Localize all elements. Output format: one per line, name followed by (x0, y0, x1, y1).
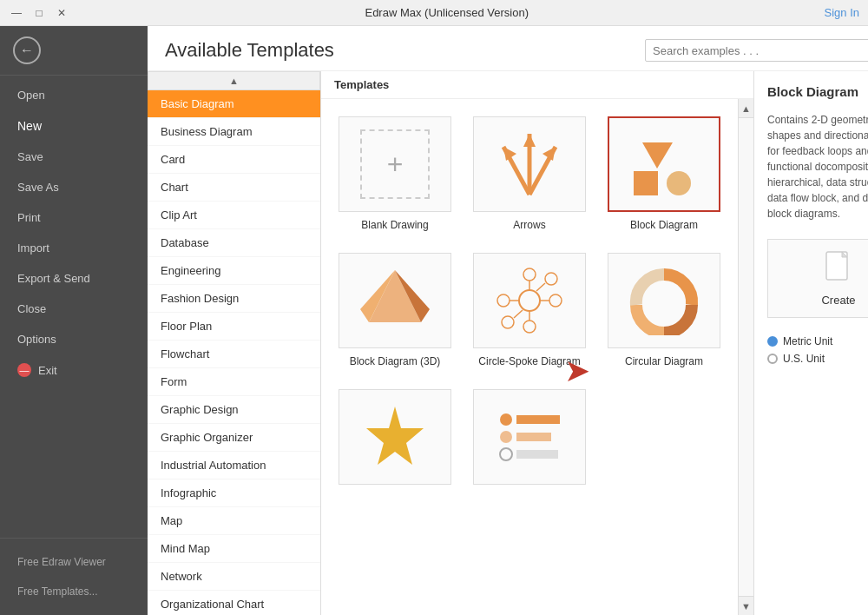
grid-scroll-up[interactable]: ▲ (739, 99, 753, 118)
category-item-industrial[interactable]: Industrial Automation (148, 452, 320, 479)
category-item-form[interactable]: Form (148, 368, 320, 396)
sidebar-item-print[interactable]: Print (0, 202, 148, 233)
template-block[interactable]: Block Diagram (603, 112, 725, 235)
svg-marker-25 (366, 407, 424, 465)
template-bars[interactable] (469, 385, 590, 496)
svg-line-24 (514, 310, 523, 318)
svg-point-21 (545, 273, 557, 285)
sign-in-link[interactable]: Sign In (825, 6, 859, 19)
template-thumb-star (339, 389, 451, 485)
template-label-block: Block Diagram (630, 219, 698, 231)
svg-point-28 (500, 431, 512, 443)
template-thumb-block3d (339, 253, 451, 348)
category-item-clipart[interactable]: Clip Art (148, 202, 320, 229)
svg-marker-1 (523, 134, 536, 147)
sidebar-item-import[interactable]: Import (0, 233, 148, 263)
category-item-map[interactable]: Map (148, 507, 320, 535)
category-item-network[interactable]: Network (148, 563, 320, 591)
svg-point-12 (519, 290, 540, 311)
template-star[interactable] (334, 385, 456, 496)
sidebar-item-new[interactable]: New (0, 110, 148, 142)
template-block3d[interactable]: Block Diagram (3D) (334, 248, 456, 372)
category-item-business[interactable]: Business Diagram (148, 118, 320, 146)
category-item-graphic[interactable]: Graphic Design (148, 396, 320, 424)
svg-rect-27 (516, 415, 560, 424)
category-item-card[interactable]: Card (148, 146, 320, 174)
category-scroll-up[interactable]: ▲ (148, 71, 320, 90)
templates-header: Templates (321, 71, 753, 99)
category-item-infographic[interactable]: Infographic (148, 479, 320, 507)
templates-with-scroll: ➤ + Blank Drawing (321, 99, 753, 615)
info-title: Block Diagram (767, 84, 868, 99)
template-arrows[interactable]: Arrows (469, 112, 590, 235)
category-item-database[interactable]: Database (148, 229, 320, 257)
svg-point-8 (667, 171, 691, 195)
grid-scroll-down[interactable]: ▼ (739, 596, 753, 615)
category-item-chart[interactable]: Chart (148, 174, 320, 202)
template-thumb-block (608, 116, 720, 212)
templates-grid: + Blank Drawing (334, 112, 725, 496)
template-blank[interactable]: + Blank Drawing (334, 112, 456, 235)
svg-rect-7 (634, 171, 658, 195)
metric-unit-option[interactable]: Metric Unit (767, 335, 868, 347)
category-item-basic[interactable]: Basic Diagram (148, 90, 320, 118)
back-button[interactable]: ← (0, 26, 148, 76)
sidebar-item-save[interactable]: Save (0, 142, 148, 172)
minimize-btn[interactable]: — (9, 5, 24, 21)
sidebar-item-free-templates[interactable]: Free Templates... (0, 577, 148, 606)
template-area: ▲ Basic Diagram Business Diagram Card Ch… (148, 71, 868, 615)
sidebar-item-free-viewer[interactable]: Free Edraw Viewer (0, 547, 148, 577)
titlebar: — □ ✕ Edraw Max (Unlicensed Version) Sig… (0, 0, 868, 26)
doc-icon-svg (825, 250, 852, 283)
grid-scroll: ▲ ▼ (738, 99, 753, 615)
search-bar[interactable]: 🔍 (645, 39, 868, 62)
metric-radio (767, 336, 778, 347)
category-item-flowchart[interactable]: Flowchart (148, 341, 320, 368)
window-controls[interactable]: — □ ✕ (9, 5, 69, 21)
svg-point-13 (523, 268, 536, 281)
category-item-floorplan[interactable]: Floor Plan (148, 313, 320, 341)
template-thumb-bars (473, 389, 586, 485)
sidebar-nav: Open New Save Save As Print Import Expor… (0, 76, 148, 390)
app-body: ← Open New Save Save As Print Import Exp… (0, 26, 868, 615)
arrows-svg (490, 129, 569, 199)
maximize-btn[interactable]: □ (31, 5, 47, 21)
sidebar-item-options[interactable]: Options (0, 324, 148, 354)
category-items: Basic Diagram Business Diagram Card Char… (148, 90, 320, 615)
category-item-fashion[interactable]: Fashion Design (148, 285, 320, 313)
category-item-organizer[interactable]: Graphic Organizer (148, 424, 320, 452)
template-thumb-blank: + (339, 116, 451, 212)
category-item-mindmap[interactable]: Mind Map (148, 535, 320, 563)
sidebar: ← Open New Save Save As Print Import Exp… (0, 26, 148, 615)
svg-point-17 (523, 321, 536, 333)
main-content: Available Templates 🔍 ▲ Basic Diagram Bu… (148, 26, 868, 615)
sidebar-item-exit[interactable]: — Exit (0, 354, 148, 386)
circle-spoke-svg (490, 266, 569, 335)
sidebar-item-open[interactable]: Open (0, 80, 148, 110)
template-circular[interactable]: Circular Diagram (603, 248, 725, 372)
templates-title: Templates (334, 78, 389, 91)
search-input[interactable] (653, 44, 868, 57)
svg-point-30 (500, 448, 512, 460)
svg-line-22 (536, 283, 545, 291)
template-label-arrows: Arrows (513, 219, 545, 231)
app-title: Edraw Max (Unlicensed Version) (69, 6, 825, 19)
category-item-engineering[interactable]: Engineering (148, 257, 320, 285)
info-description: Contains 2-D geometric shapes and direct… (767, 112, 868, 222)
create-button[interactable]: Create (767, 239, 868, 318)
close-btn[interactable]: ✕ (54, 5, 69, 21)
content-header: Available Templates 🔍 (148, 26, 868, 71)
sidebar-item-save-as[interactable]: Save As (0, 172, 148, 202)
exit-label: Exit (38, 364, 57, 377)
exit-icon: — (17, 363, 31, 377)
templates-grid-container: ➤ + Blank Drawing (321, 99, 738, 615)
sidebar-item-export[interactable]: Export & Send (0, 263, 148, 294)
template-label-blank: Blank Drawing (361, 219, 428, 231)
create-label: Create (821, 294, 855, 307)
sidebar-item-close[interactable]: Close (0, 294, 148, 324)
unit-options: Metric Unit U.S. Unit (767, 335, 868, 370)
category-item-orgchart[interactable]: Organizational Chart (148, 591, 320, 615)
template-label-circular: Circular Diagram (625, 355, 703, 367)
us-unit-option[interactable]: U.S. Unit (767, 353, 868, 365)
arrow-indicator: ➤ (564, 355, 590, 387)
